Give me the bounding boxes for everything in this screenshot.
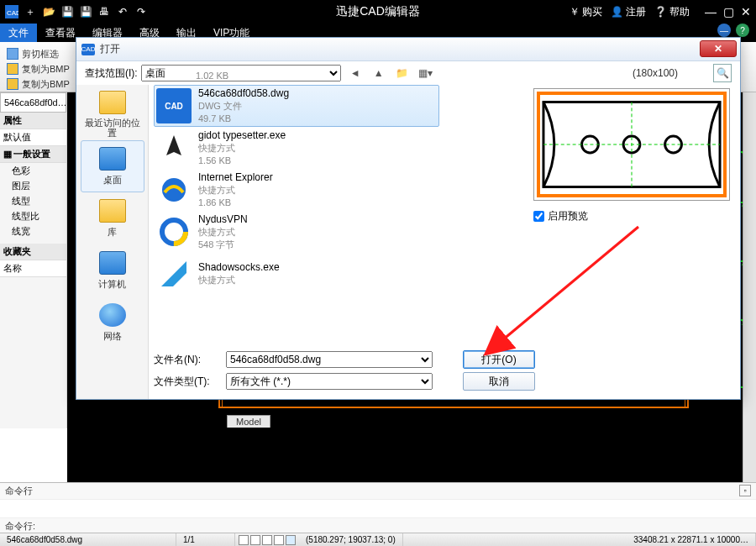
generic-file-icon bbox=[154, 67, 189, 84]
save-icon[interactable]: 💾 bbox=[59, 3, 76, 20]
file-name: 546ca68df0d58.dwg bbox=[198, 87, 289, 100]
dialog-bottom: 文件名(N): 546ca68df0d58.dwg 打开(O) 文件类型(T):… bbox=[154, 349, 730, 392]
name-row[interactable]: 名称 bbox=[0, 260, 66, 277]
place-desktop[interactable]: 桌面 bbox=[81, 140, 144, 192]
places-bar: 最近访问的位置 桌面 库 计算机 网络 bbox=[76, 85, 149, 399]
status-coords: (5180.297; 19037.13; 0) bbox=[299, 533, 403, 546]
osnap-toggle[interactable] bbox=[286, 535, 296, 545]
preview-image bbox=[537, 92, 727, 197]
dialog-titlebar[interactable]: CAD 打开 ✕ bbox=[76, 38, 740, 61]
place-network-label: 网络 bbox=[103, 330, 122, 343]
buy-label: 购买 bbox=[582, 5, 602, 19]
cmd-restore-icon[interactable]: ▫ bbox=[739, 485, 751, 496]
dialog-close-button[interactable]: ✕ bbox=[700, 40, 737, 57]
file-tab[interactable]: 546ca68df0d… bbox=[0, 92, 66, 113]
minimize-button[interactable]: — bbox=[705, 5, 717, 18]
buy-button[interactable]: ￥购买 bbox=[570, 5, 602, 19]
doc-help-icon[interactable]: ? bbox=[736, 24, 749, 37]
file-row-partial[interactable]: 1.02 KB bbox=[154, 66, 439, 85]
file-list: 1.02 KB CAD546ca68df0d58.dwgDWG 文件49.7 K… bbox=[149, 85, 740, 399]
defaults-row[interactable]: 默认值 bbox=[0, 129, 66, 146]
lineweight-row[interactable]: 线型比 bbox=[0, 208, 66, 223]
file-row[interactable]: gidot typesetter.exe快捷方式1.56 KB bbox=[154, 127, 439, 169]
zoom-icon[interactable]: 🔍 bbox=[713, 64, 732, 82]
general-label: 一般设置 bbox=[13, 148, 50, 160]
ribbon-cut[interactable]: 剪切框选 bbox=[7, 47, 70, 60]
open-icon[interactable]: 📂 bbox=[40, 3, 57, 20]
vscrollbar[interactable] bbox=[743, 92, 756, 492]
place-computer[interactable]: 计算机 bbox=[81, 244, 144, 297]
help-icon: ❔ bbox=[654, 6, 667, 18]
place-desktop-label: 桌面 bbox=[103, 174, 122, 186]
file-icon bbox=[156, 172, 192, 207]
place-libraries[interactable]: 库 bbox=[81, 192, 144, 244]
file-type: 快捷方式 bbox=[198, 142, 286, 155]
grid-toggle[interactable] bbox=[250, 535, 260, 545]
enable-preview-input[interactable] bbox=[533, 211, 544, 222]
ribbon-cut-label: 剪切框选 bbox=[22, 48, 59, 60]
file-name: gidot typesetter.exe bbox=[198, 129, 286, 142]
place-libraries-label: 库 bbox=[108, 226, 117, 239]
print-icon[interactable]: 🖶 bbox=[96, 3, 113, 20]
desktop-icon bbox=[99, 147, 126, 171]
open-button[interactable]: 打开(O) bbox=[463, 350, 535, 369]
linetype-row[interactable]: 线型 bbox=[0, 193, 66, 208]
layer-row[interactable]: 图层 bbox=[0, 178, 66, 193]
file-name: Shadowsocks.exe bbox=[198, 261, 280, 274]
saveas-icon[interactable]: 💾 bbox=[77, 3, 94, 20]
color-row[interactable]: 色彩 bbox=[0, 163, 66, 178]
file-icon: CAD bbox=[156, 88, 192, 123]
file-type: 快捷方式 bbox=[198, 274, 280, 286]
new-icon[interactable]: ＋ bbox=[22, 3, 39, 20]
file-size: 49.7 KB bbox=[198, 113, 289, 125]
network-icon bbox=[99, 303, 126, 327]
register-button[interactable]: 👤注册 bbox=[611, 5, 646, 19]
preview-box bbox=[533, 88, 730, 201]
app-icon[interactable]: CAD bbox=[3, 3, 20, 20]
preview-pane: 启用预览 bbox=[533, 88, 730, 223]
yen-icon: ￥ bbox=[570, 5, 580, 19]
bmp-icon bbox=[7, 78, 18, 90]
maximize-button[interactable]: ▢ bbox=[723, 5, 734, 18]
file-icon bbox=[156, 256, 192, 291]
linewidth-row[interactable]: 线宽 bbox=[0, 223, 66, 239]
enable-preview-checkbox[interactable]: 启用预览 bbox=[533, 209, 730, 223]
menu-file[interactable]: 文件 bbox=[0, 24, 37, 42]
polar-toggle[interactable] bbox=[274, 535, 284, 545]
favorites-header: 收藏夹 bbox=[0, 244, 66, 260]
ortho-toggle[interactable] bbox=[262, 535, 272, 545]
place-recent[interactable]: 最近访问的位置 bbox=[81, 88, 144, 140]
file-row[interactable]: Shadowsocks.exe快捷方式 bbox=[154, 253, 439, 295]
file-row[interactable]: Internet Explorer快捷方式1.86 KB bbox=[154, 169, 439, 211]
statusbar: 546ca68df0d58.dwg 1/1 (5180.297; 19037.1… bbox=[0, 533, 756, 546]
svg-text:CAD: CAD bbox=[7, 9, 18, 17]
dialog-app-icon: CAD bbox=[81, 44, 95, 55]
quick-access-toolbar: CAD ＋ 📂 💾 💾 🖶 ↶ ↷ bbox=[0, 3, 150, 20]
undo-icon[interactable]: ↶ bbox=[114, 3, 131, 20]
filetype-select[interactable]: 所有文件 (*.*) bbox=[226, 373, 433, 390]
cancel-button[interactable]: 取消 bbox=[463, 372, 535, 391]
file-size: 548 字节 bbox=[198, 239, 248, 251]
general-header[interactable]: ▦一般设置 bbox=[0, 146, 66, 163]
ribbon-copy-bmp[interactable]: 复制为BMP bbox=[7, 62, 70, 76]
redo-icon[interactable]: ↷ bbox=[133, 3, 150, 20]
enable-preview-label: 启用预览 bbox=[548, 209, 588, 223]
ribbon-copy-bmp-all[interactable]: 复制为BMP bbox=[7, 77, 70, 91]
snap-toggle[interactable] bbox=[239, 535, 249, 545]
model-tab[interactable]: Model bbox=[227, 415, 270, 428]
help-button[interactable]: ❔帮助 bbox=[654, 5, 690, 19]
status-file: 546ca68df0d58.dwg bbox=[0, 533, 176, 546]
status-toggles bbox=[235, 535, 299, 545]
doc-min-icon[interactable]: — bbox=[717, 24, 731, 37]
props-header: 属性 bbox=[0, 113, 66, 129]
app-title: 迅捷CAD编辑器 bbox=[336, 4, 420, 19]
close-button[interactable]: ✕ bbox=[741, 5, 751, 18]
place-network[interactable]: 网络 bbox=[81, 297, 144, 349]
filename-input[interactable]: 546ca68df0d58.dwg bbox=[226, 351, 433, 368]
file-icon bbox=[156, 214, 192, 249]
cmd-prompt: 命令行: bbox=[5, 520, 35, 533]
file-type: 快捷方式 bbox=[198, 184, 273, 197]
file-row[interactable]: CAD546ca68df0d58.dwgDWG 文件49.7 KB bbox=[154, 85, 439, 127]
cmd-label: 命令行 bbox=[5, 485, 33, 497]
file-row[interactable]: NydusVPN快捷方式548 字节 bbox=[154, 211, 439, 253]
